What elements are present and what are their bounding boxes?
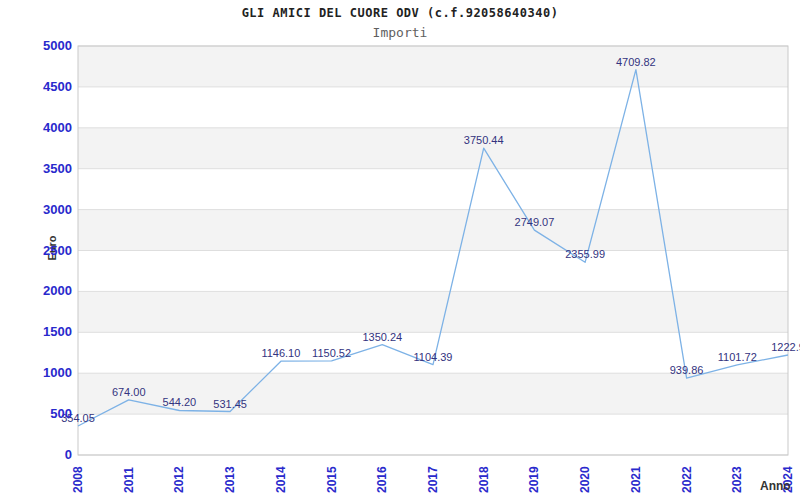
y-axis-tick-label: 3500 <box>43 161 72 176</box>
data-point-label: 674.00 <box>112 386 146 398</box>
data-point-label: 1146.10 <box>261 347 300 359</box>
data-point-label: 3750.44 <box>464 134 504 146</box>
x-axis-tick-label: 2013 <box>223 466 237 493</box>
x-axis-tick-label: 2019 <box>527 466 541 493</box>
x-axis-tick-label: 2022 <box>680 466 694 493</box>
y-axis-tick-label: 0 <box>65 447 72 462</box>
x-axis-tick-label: 2023 <box>730 466 744 493</box>
data-point-label: 531.45 <box>213 398 247 410</box>
plot-band <box>78 210 788 251</box>
y-axis-tick-label: 3000 <box>43 202 72 217</box>
y-axis-tick-label: 4500 <box>43 79 72 94</box>
x-axis-tick-label: 2008 <box>71 466 85 493</box>
data-point-label: 1350.24 <box>362 331 402 343</box>
x-axis-tick-label: 2021 <box>629 466 643 493</box>
data-point-label: 2749.07 <box>515 216 555 228</box>
y-axis-tick-label: 2500 <box>43 243 72 258</box>
y-axis-tick-label: 5000 <box>43 38 72 53</box>
data-point-label: 1150.52 <box>312 347 351 359</box>
y-axis-tick-label: 1500 <box>43 324 72 339</box>
line-chart-plot: 354.05674.00544.20531.451146.101150.5213… <box>0 0 800 500</box>
x-axis-tick-label: 2015 <box>325 466 339 493</box>
x-axis-tick-label: 2014 <box>274 466 288 493</box>
plot-band <box>78 46 788 87</box>
x-axis-tick-label: 2020 <box>578 466 592 493</box>
plot-band <box>78 291 788 332</box>
data-point-label: 544.20 <box>163 396 197 408</box>
data-point-label: 1104.39 <box>414 351 453 363</box>
data-point-label: 2355.99 <box>565 248 605 260</box>
y-axis-tick-label: 500 <box>50 406 72 421</box>
y-axis-tick-label: 1000 <box>43 365 72 380</box>
y-axis-tick-label: 4000 <box>43 120 72 135</box>
data-point-label: 939.86 <box>670 364 704 376</box>
x-axis-tick-label: 2011 <box>122 467 136 493</box>
x-axis-tick-label: 2012 <box>172 466 186 493</box>
x-axis-title: Anno <box>760 479 791 493</box>
data-point-label: 4709.82 <box>616 56 656 68</box>
data-point-label: 1222.9 <box>771 341 800 353</box>
plot-band <box>78 128 788 169</box>
y-axis-tick-label: 2000 <box>43 283 72 298</box>
x-axis-tick-label: 2018 <box>477 466 491 493</box>
x-axis-tick-label: 2016 <box>375 466 389 493</box>
chart-container: GLI AMICI DEL CUORE ODV (c.f.92058640340… <box>0 0 800 500</box>
data-point-label: 1101.72 <box>718 351 757 363</box>
x-axis-tick-label: 2017 <box>426 466 440 493</box>
